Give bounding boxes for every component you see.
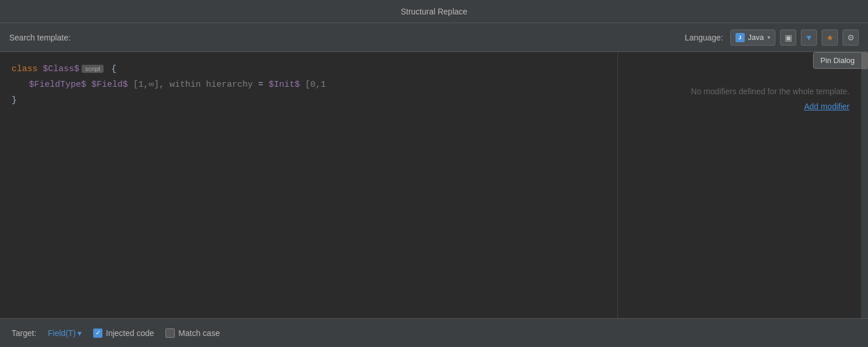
no-modifiers-text: No modifiers defined for the whole templ… <box>691 87 849 96</box>
match-case-checkbox-item[interactable]: Match case <box>165 328 220 338</box>
info-panel: No modifiers defined for the whole templ… <box>618 52 861 318</box>
match-case-checkbox[interactable] <box>165 328 175 338</box>
language-value: Java <box>748 33 764 42</box>
equals: = <box>258 80 269 90</box>
code-line-1: class $Class$script { <box>12 61 606 77</box>
split-pane-button[interactable]: ▣ <box>780 29 796 46</box>
var-init: $Init$ <box>269 80 300 90</box>
var-fieldtype: $FieldType$ <box>29 80 86 90</box>
bottom-bar: Target: Field(T) ▾ ✓ Injected code Match… <box>0 318 868 347</box>
java-icon: J <box>735 33 745 42</box>
pin-button[interactable]: ★ <box>822 29 838 46</box>
var-class: $Class$ <box>43 64 79 74</box>
pin-icon: ★ <box>826 33 834 42</box>
brace-close: } <box>12 95 17 105</box>
space-1 <box>86 80 91 90</box>
code-line-3: } <box>12 93 606 108</box>
injected-code-checkbox[interactable]: ✓ <box>93 328 102 338</box>
language-label: Language: <box>685 33 723 42</box>
toolbar: Search template: Language: J Java ▾ ▣ ▼ … <box>0 23 868 52</box>
init-constraint: [0,1 <box>300 80 326 90</box>
var-field: $Field$ <box>91 80 128 90</box>
badge-script: script <box>82 65 104 73</box>
add-modifier-link[interactable]: Add modifier <box>804 102 849 111</box>
pin-dialog-tooltip: Pin Dialog <box>813 52 862 69</box>
code-editor[interactable]: class $Class$script { $FieldType$ $Field… <box>0 52 618 318</box>
search-template-label: Search template: <box>9 33 71 42</box>
filter-button[interactable]: ▼ <box>801 29 817 46</box>
toolbar-right: Language: J Java ▾ ▣ ▼ ★ ⚙ <box>685 29 859 46</box>
filter-icon: ▼ <box>805 33 813 42</box>
target-label: Target: <box>12 328 36 338</box>
target-value: Field(T) <box>48 328 76 338</box>
main-content: class $Class$script { $FieldType$ $Field… <box>0 52 868 318</box>
language-dropdown[interactable]: J Java ▾ <box>730 29 775 46</box>
scrollbar-track[interactable] <box>861 52 868 318</box>
brace-open: { <box>106 64 116 74</box>
wrench-icon: ⚙ <box>847 33 855 42</box>
target-dropdown[interactable]: Field(T) ▾ <box>48 328 82 338</box>
target-chevron-icon: ▾ <box>78 328 82 338</box>
injected-code-checkbox-item[interactable]: ✓ Injected code <box>93 328 154 338</box>
keyword-class: class <box>12 64 43 74</box>
match-case-label: Match case <box>178 328 220 338</box>
field-constraint: [1,∞], within hierarchy <box>128 80 258 90</box>
injected-code-label: Injected code <box>106 328 154 338</box>
split-pane-icon: ▣ <box>785 33 792 42</box>
chevron-down-icon: ▾ <box>767 34 770 40</box>
wrench-button[interactable]: ⚙ <box>843 29 859 46</box>
title-bar: Structural Replace <box>0 0 868 23</box>
code-line-2: $FieldType$ $Field$ [1,∞], within hierar… <box>12 77 606 93</box>
dialog-title: Structural Replace <box>400 7 467 16</box>
